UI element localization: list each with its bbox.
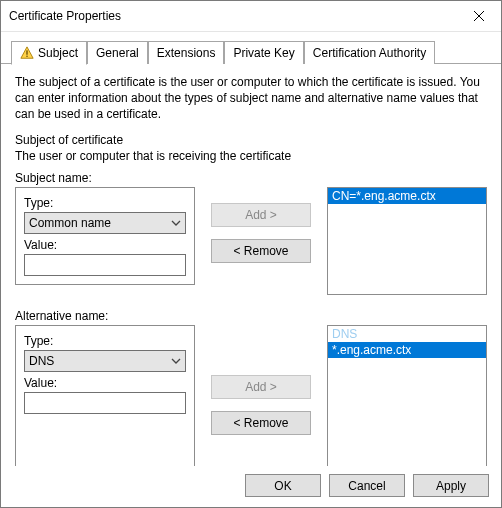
svg-rect-2 (26, 50, 27, 54)
dialog-window: Certificate Properties Subject General E… (0, 0, 502, 508)
altname-list-header: DNS (328, 326, 486, 342)
subject-subheading: The user or computer that is receiving t… (15, 149, 487, 163)
subject-type-value: Common name (29, 216, 111, 230)
titlebar: Certificate Properties (1, 1, 501, 32)
tab-label: Subject (38, 46, 78, 60)
tab-label: Certification Authority (313, 46, 426, 60)
svg-rect-3 (26, 56, 27, 57)
altname-row: Type: DNS Value: Add > < Remove DNS *.en… (15, 325, 487, 466)
subject-type-label: Type: (24, 196, 186, 210)
altname-label: Alternative name: (15, 309, 487, 323)
ok-button[interactable]: OK (245, 474, 321, 497)
subject-name-row: Type: Common name Value: Add > < Remove … (15, 187, 487, 295)
altname-type-label: Type: (24, 334, 186, 348)
tab-label: General (96, 46, 139, 60)
chevron-down-icon (171, 356, 181, 366)
subject-add-button[interactable]: Add > (211, 203, 311, 227)
subject-value-label: Value: (24, 238, 186, 252)
tab-extensions[interactable]: Extensions (148, 41, 225, 64)
apply-button[interactable]: Apply (413, 474, 489, 497)
altname-buttons: Add > < Remove (211, 325, 311, 435)
dialog-footer: OK Cancel Apply (1, 466, 501, 507)
altname-value-input[interactable] (24, 392, 186, 414)
close-icon (474, 11, 484, 21)
subject-list[interactable]: CN=*.eng.acme.ctx (327, 187, 487, 295)
subject-name-label: Subject name: (15, 171, 487, 185)
tab-body: The subject of a certificate is the user… (1, 64, 501, 466)
subject-value-input[interactable] (24, 254, 186, 276)
subject-heading: Subject of certificate (15, 133, 487, 147)
altname-type-select[interactable]: DNS (24, 350, 186, 372)
altname-type-value: DNS (29, 354, 54, 368)
window-title: Certificate Properties (9, 9, 121, 23)
subject-description: The subject of a certificate is the user… (15, 74, 487, 123)
altname-remove-button[interactable]: < Remove (211, 411, 311, 435)
subject-remove-button[interactable]: < Remove (211, 239, 311, 263)
close-button[interactable] (456, 2, 501, 31)
tab-label: Extensions (157, 46, 216, 60)
subject-buttons: Add > < Remove (211, 187, 311, 263)
tab-label: Private Key (233, 46, 294, 60)
tab-subject[interactable]: Subject (11, 41, 87, 65)
subject-name-panel: Type: Common name Value: (15, 187, 195, 285)
altname-value-label: Value: (24, 376, 186, 390)
altname-list[interactable]: DNS *.eng.acme.ctx (327, 325, 487, 466)
tab-cert-authority[interactable]: Certification Authority (304, 41, 435, 64)
tab-private-key[interactable]: Private Key (224, 41, 303, 64)
tab-general[interactable]: General (87, 41, 148, 64)
subject-type-select[interactable]: Common name (24, 212, 186, 234)
altname-add-button[interactable]: Add > (211, 375, 311, 399)
tab-strip: Subject General Extensions Private Key C… (1, 32, 501, 64)
altname-panel: Type: DNS Value: (15, 325, 195, 466)
warning-icon (20, 46, 34, 60)
subject-list-item[interactable]: CN=*.eng.acme.ctx (328, 188, 486, 204)
altname-list-item[interactable]: *.eng.acme.ctx (328, 342, 486, 358)
cancel-button[interactable]: Cancel (329, 474, 405, 497)
chevron-down-icon (171, 218, 181, 228)
